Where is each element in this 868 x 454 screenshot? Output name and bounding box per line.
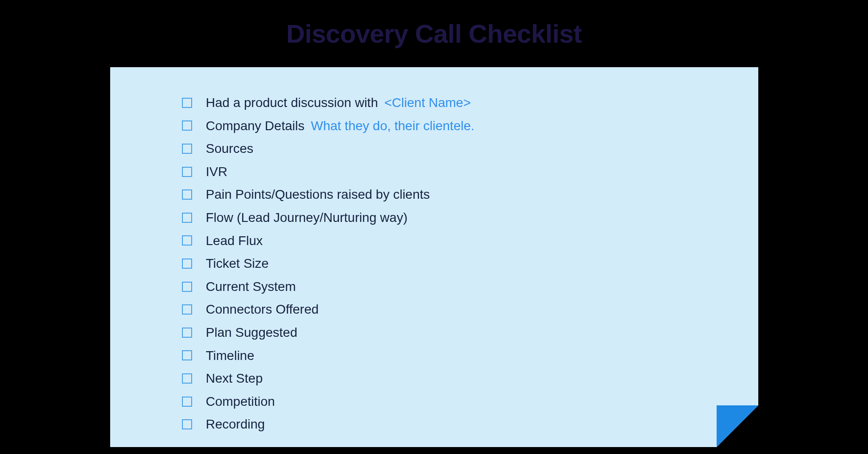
item-text: Company Details What they do, their clie… xyxy=(206,118,475,134)
checkbox-icon[interactable] xyxy=(182,167,192,177)
item-label: Current System xyxy=(206,279,296,294)
checklist-item: Company Details What they do, their clie… xyxy=(182,118,758,134)
item-label: Competition xyxy=(206,394,275,409)
item-text: Lead Flux xyxy=(206,233,266,249)
item-label: Ticket Size xyxy=(206,256,269,271)
checklist-item: Next Step xyxy=(182,371,758,386)
checkbox-icon[interactable] xyxy=(182,397,192,407)
item-hint: <Client Name> xyxy=(384,95,471,110)
checkbox-icon[interactable] xyxy=(182,350,192,360)
item-hint: What they do, their clientele. xyxy=(311,119,474,133)
checkbox-icon[interactable] xyxy=(182,120,192,131)
checklist-item: Connectors Offered xyxy=(182,302,758,317)
item-text: Plan Suggested xyxy=(206,325,300,340)
checkbox-icon[interactable] xyxy=(182,213,192,223)
item-label: Flow (Lead Journey/Nurturing way) xyxy=(206,210,408,225)
item-text: Flow (Lead Journey/Nurturing way) xyxy=(206,210,411,226)
checkbox-icon[interactable] xyxy=(182,373,192,384)
item-text: Had a product discussion with <Client Na… xyxy=(206,95,471,111)
checklist-item: IVR xyxy=(182,164,758,180)
page-title: Discovery Call Checklist xyxy=(286,19,582,49)
item-text: Sources xyxy=(206,141,256,157)
checkbox-icon[interactable] xyxy=(182,419,192,429)
checklist-item: Competition xyxy=(182,394,758,410)
item-text: Next Step xyxy=(206,371,266,386)
checklist-item: Plan Suggested xyxy=(182,325,758,340)
checklist-item: Ticket Size xyxy=(182,256,758,271)
checklist-item: Pain Points/Questions raised by clients xyxy=(182,187,758,202)
checklist-item: Had a product discussion with <Client Na… xyxy=(182,95,758,111)
item-label: Pain Points/Questions raised by clients xyxy=(206,187,430,202)
checklist: Had a product discussion with <Client Na… xyxy=(182,95,758,432)
page-fold-icon xyxy=(717,405,758,447)
item-label: Next Step xyxy=(206,371,263,385)
checklist-item: Timeline xyxy=(182,348,758,364)
checklist-item: Lead Flux xyxy=(182,233,758,249)
checkbox-icon[interactable] xyxy=(182,189,192,200)
item-label: Recording xyxy=(206,417,265,431)
page: Discovery Call Checklist Had a product d… xyxy=(0,0,868,454)
checkbox-icon[interactable] xyxy=(182,259,192,269)
checklist-card: Had a product discussion with <Client Na… xyxy=(110,67,758,447)
item-label: Plan Suggested xyxy=(206,325,298,340)
checkbox-icon[interactable] xyxy=(182,144,192,154)
checkbox-icon[interactable] xyxy=(182,304,192,315)
checklist-item: Recording xyxy=(182,416,758,432)
item-text: Ticket Size xyxy=(206,256,272,271)
checkbox-icon[interactable] xyxy=(182,98,192,108)
item-text: Connectors Offered xyxy=(206,302,322,317)
item-text: Current System xyxy=(206,279,299,295)
checkbox-icon[interactable] xyxy=(182,282,192,292)
item-label: Had a product discussion with xyxy=(206,95,378,110)
checklist-item: Flow (Lead Journey/Nurturing way) xyxy=(182,210,758,226)
checklist-item: Sources xyxy=(182,141,758,157)
item-text: Recording xyxy=(206,416,268,432)
item-text: IVR xyxy=(206,164,231,180)
item-text: Pain Points/Questions raised by clients xyxy=(206,187,433,202)
item-text: Timeline xyxy=(206,348,257,364)
item-label: Timeline xyxy=(206,348,255,363)
item-label: Company Details xyxy=(206,119,305,133)
checklist-item: Current System xyxy=(182,279,758,295)
item-label: Connectors Offered xyxy=(206,302,319,316)
item-label: Lead Flux xyxy=(206,233,263,248)
checkbox-icon[interactable] xyxy=(182,235,192,246)
item-label: Sources xyxy=(206,141,254,156)
checkbox-icon[interactable] xyxy=(182,328,192,338)
item-text: Competition xyxy=(206,394,278,410)
item-label: IVR xyxy=(206,164,228,179)
